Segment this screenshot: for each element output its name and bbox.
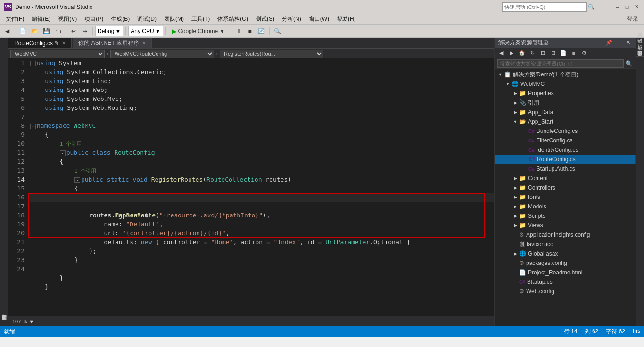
menu-test[interactable]: 测试(S) xyxy=(252,14,278,24)
tree-appinsights[interactable]: ⚙ ApplicationInsights.config xyxy=(495,230,636,240)
tree-filterconfig[interactable]: C# FilterConfig.cs xyxy=(495,136,636,145)
tab-routeconfig-close[interactable]: ✕ xyxy=(62,41,66,46)
project-expand-icon[interactable]: ▼ xyxy=(504,80,512,88)
tree-properties[interactable]: ▶ 📁 Properties xyxy=(495,89,636,98)
tree-fonts[interactable]: ▶ 📁 fonts xyxy=(495,192,636,202)
filterconfig-label: FilterConfig.cs xyxy=(537,137,573,144)
se-back-btn[interactable]: ◀ xyxy=(496,49,506,58)
login-button[interactable]: 登录 xyxy=(627,15,642,23)
se-collapseall-btn[interactable]: ⊟ xyxy=(538,49,547,58)
menu-help[interactable]: 帮助(H) xyxy=(333,14,360,24)
right-label-callhierarchy[interactable]: 调用层次结构 xyxy=(636,56,644,62)
member-dropdown[interactable]: RegisterRoutes(Rou... xyxy=(220,50,323,58)
left-label-server[interactable]: 服务器资源管理器 xyxy=(0,38,8,326)
menu-tools[interactable]: 工具(T) xyxy=(188,14,214,24)
right-label-team[interactable]: 团队资源管理器 xyxy=(636,38,644,44)
debug-mode-dropdown[interactable]: Debug ▼ xyxy=(95,26,123,36)
namespace-dropdown[interactable]: WebMVC xyxy=(10,50,105,58)
save-all-button[interactable]: 🗃 xyxy=(53,26,63,36)
tree-appstart[interactable]: ▼ 📂 App_Start xyxy=(495,117,636,126)
class-dropdown[interactable]: WebMVC.RouteConfig xyxy=(110,50,214,58)
tree-scripts[interactable]: ▶ 📁 Scripts xyxy=(495,211,636,221)
tree-routeconfig[interactable]: C# RouteConfig.cs xyxy=(495,155,636,164)
tree-appdata[interactable]: ▶ 📁 App_Data xyxy=(495,107,636,117)
close-button[interactable]: ✕ xyxy=(633,3,640,11)
references-label: 引用 xyxy=(528,99,539,107)
se-filter-btn[interactable]: ≡ xyxy=(569,49,578,58)
fonts-expand-icon[interactable]: ▶ xyxy=(512,193,519,201)
code-line-18: url: "{controller}/{action}/{id}", xyxy=(30,229,494,238)
code-content[interactable]: -using System; using System.Collections.… xyxy=(28,58,494,316)
tree-controllers[interactable]: ▶ 📁 Controllers xyxy=(495,183,636,192)
controllers-expand-icon[interactable]: ▶ xyxy=(512,184,519,191)
menu-analyze[interactable]: 分析(N) xyxy=(278,14,305,24)
menu-architecture[interactable]: 体系结构(C) xyxy=(214,14,252,24)
stop-button[interactable]: ■ xyxy=(245,26,255,36)
redo-button[interactable]: ↪ xyxy=(80,26,90,36)
appdata-expand-icon[interactable]: ▶ xyxy=(512,108,519,116)
menu-view[interactable]: 视图(V) xyxy=(54,14,81,24)
se-forward-btn[interactable]: ▶ xyxy=(507,49,516,58)
tree-views[interactable]: ▶ 📁 Views xyxy=(495,221,636,230)
solution-expand-icon[interactable]: ▼ xyxy=(496,71,504,78)
tree-models[interactable]: ▶ 📁 Models xyxy=(495,202,636,211)
se-search-input[interactable] xyxy=(497,59,624,68)
tree-identityconfig[interactable]: C# IdentityConfig.cs xyxy=(495,145,636,155)
scripts-expand-icon[interactable]: ▶ xyxy=(512,212,519,220)
se-showfiles-btn[interactable]: 📄 xyxy=(559,49,568,58)
se-pin-button[interactable]: 📌 xyxy=(605,39,613,47)
global-expand-icon[interactable]: ▶ xyxy=(512,250,519,257)
se-home-btn[interactable]: 🏠 xyxy=(517,49,527,58)
tab-aspnet[interactable]: 你的 ASP.NET 应用程序 ✕ xyxy=(73,38,151,48)
back-button[interactable]: ◀ xyxy=(2,26,12,36)
tree-startupauth[interactable]: C# Startup.Auth.cs xyxy=(495,164,636,174)
breakpoint-button[interactable]: ⏸ xyxy=(233,26,244,36)
code-editor[interactable]: 1 2 3 4 5 6 7 8 9 10 11 12 13 14 15 16 1… xyxy=(8,58,494,316)
zoom-down-icon[interactable]: ▼ xyxy=(29,319,34,324)
tree-content[interactable]: ▶ 📁 Content xyxy=(495,174,636,183)
se-close-button[interactable]: ✕ xyxy=(624,39,632,47)
tree-global[interactable]: ▶ 🌐 Global.asax xyxy=(495,249,636,258)
find-button[interactable]: 🔍 xyxy=(272,26,283,36)
menu-window[interactable]: 窗口(W) xyxy=(305,14,333,24)
appstart-expand-icon[interactable]: ▼ xyxy=(512,118,519,125)
maximize-button[interactable]: □ xyxy=(623,3,631,11)
tree-favicon[interactable]: 🖼 favicon.ico xyxy=(495,240,636,249)
undo-button[interactable]: ↩ xyxy=(68,26,79,36)
properties-expand-icon[interactable]: ▶ xyxy=(512,90,519,97)
tree-webconfig[interactable]: ⚙ Web.config xyxy=(495,287,636,296)
menu-edit[interactable]: 编辑(E) xyxy=(28,14,54,24)
se-minus-button[interactable]: ─ xyxy=(615,39,622,47)
tree-solution[interactable]: ▼ 📋 解决方案'Demo'(1 个项目) xyxy=(495,70,636,79)
se-refresh-btn[interactable]: ↻ xyxy=(528,49,537,58)
menu-file[interactable]: 文件(F) xyxy=(2,14,28,24)
se-settings-btn[interactable]: ⚙ xyxy=(579,49,589,58)
right-label-props[interactable]: 属性 xyxy=(636,44,644,50)
tree-bundleconfig[interactable]: C# BundleConfig.cs xyxy=(495,126,636,136)
menu-team[interactable]: 团队(M) xyxy=(160,14,188,24)
restart-button[interactable]: 🔄 xyxy=(256,26,267,36)
minimize-button[interactable]: ─ xyxy=(614,3,621,11)
menu-project[interactable]: 项目(P) xyxy=(81,14,107,24)
menu-debug[interactable]: 调试(D) xyxy=(133,14,160,24)
quick-search-input[interactable] xyxy=(502,2,587,12)
views-expand-icon[interactable]: ▶ xyxy=(512,222,519,229)
right-label-process[interactable]: 进程 xyxy=(636,50,644,56)
tree-startup[interactable]: C# Startup.cs xyxy=(495,277,636,287)
new-file-button[interactable]: 📄 xyxy=(17,26,28,36)
save-button[interactable]: 💾 xyxy=(41,26,52,36)
platform-dropdown[interactable]: Any CPU ▼ xyxy=(128,26,163,36)
references-expand-icon[interactable]: ▶ xyxy=(512,99,519,107)
models-expand-icon[interactable]: ▶ xyxy=(512,203,519,210)
tab-routeconfig[interactable]: RouteConfig.cs ✎ ✕ xyxy=(8,38,72,48)
run-button[interactable]: ▶ Google Chrome ▼ xyxy=(168,26,229,36)
open-file-button[interactable]: 📂 xyxy=(29,26,40,36)
tab-aspnet-close[interactable]: ✕ xyxy=(142,41,146,46)
tree-project-webmvc[interactable]: ▼ 🌐 WebMVC xyxy=(495,79,636,89)
tree-references[interactable]: ▶ 📎 引用 xyxy=(495,98,636,107)
tree-readme[interactable]: 📄 Project_Readme.html xyxy=(495,268,636,277)
se-property-btn[interactable]: ⊞ xyxy=(548,49,558,58)
menu-build[interactable]: 生成(B) xyxy=(107,14,133,24)
tree-packages[interactable]: ⚙ packages.config xyxy=(495,258,636,268)
content-expand-icon[interactable]: ▶ xyxy=(512,174,519,182)
